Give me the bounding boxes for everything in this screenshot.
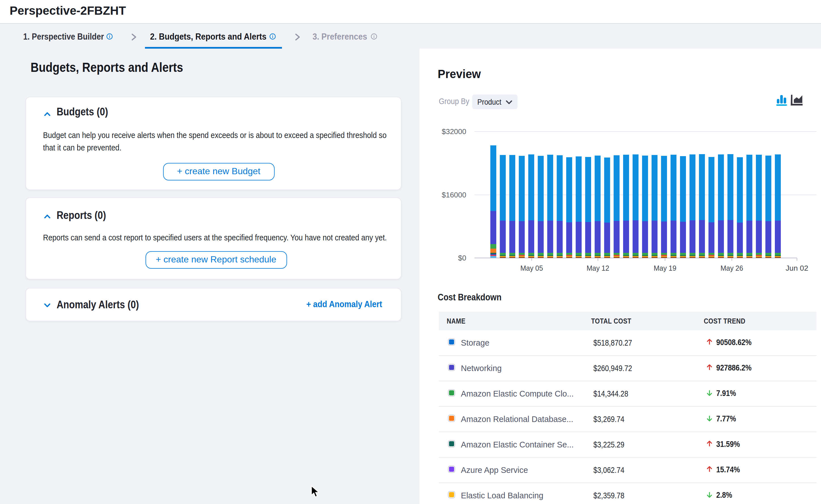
svg-text:May 19: May 19: [654, 264, 676, 272]
svg-text:Jun 02: Jun 02: [786, 264, 808, 272]
svg-text:May 12: May 12: [586, 264, 609, 272]
svg-text:$32000: $32000: [442, 127, 466, 135]
svg-text:May 26: May 26: [721, 264, 743, 272]
svg-text:$0: $0: [458, 253, 466, 262]
svg-text:$16000: $16000: [442, 190, 466, 199]
svg-text:May 05: May 05: [520, 264, 543, 272]
